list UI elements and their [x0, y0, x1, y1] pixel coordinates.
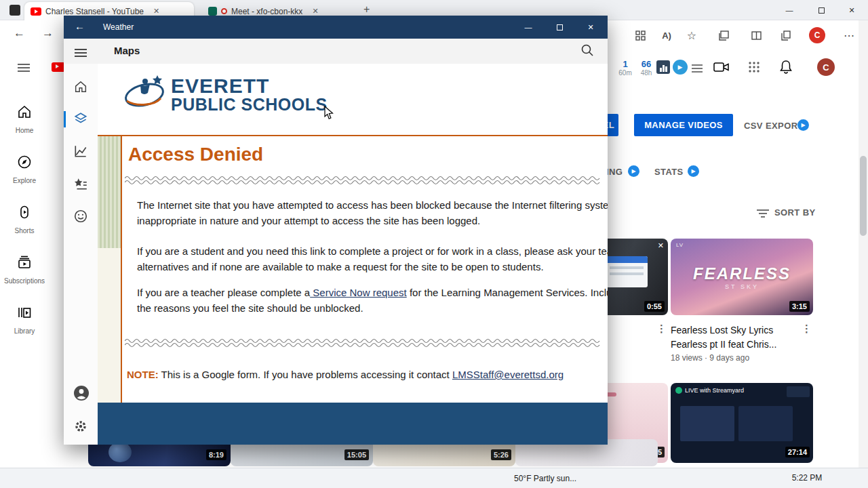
sort-by-button[interactable]: SORT BY: [774, 207, 816, 218]
thumb-art-title: FEARLESS: [671, 264, 813, 283]
new-tab-button[interactable]: +: [363, 3, 370, 16]
sidebar-item-explore[interactable]: Explore: [0, 145, 49, 192]
tab-title: Charles Stansell - YouTube: [45, 7, 144, 16]
stat-label: 48h: [636, 69, 656, 77]
weather-sidebar: [64, 64, 98, 445]
history-chart-icon[interactable]: [73, 144, 88, 159]
stats-link[interactable]: STATS: [654, 167, 684, 177]
scrollbar-thumb[interactable]: [860, 156, 867, 236]
scrollbar-track[interactable]: [859, 20, 868, 468]
everett-schools-logo: [122, 73, 167, 114]
window-close-button[interactable]: ✕: [575, 16, 606, 39]
favorites-star-icon[interactable]: ☆: [684, 27, 700, 43]
browser-profile-avatar[interactable]: C: [809, 27, 825, 43]
paragraph: If you are a teacher please complete a S…: [137, 285, 608, 316]
browser-close-button[interactable]: ✕: [836, 0, 867, 20]
youtube-menu-icon[interactable]: [18, 62, 30, 75]
hamburger-menu-icon[interactable]: [75, 47, 87, 60]
favorites-icon[interactable]: [73, 176, 88, 191]
tray-weather-text[interactable]: 50°F Partly sun...: [514, 474, 576, 483]
youtube-profile-avatar[interactable]: C: [817, 58, 835, 76]
read-aloud-icon[interactable]: A): [658, 27, 675, 43]
taskbar-clock[interactable]: 5:22 PM: [789, 473, 825, 483]
create-video-icon[interactable]: [713, 60, 730, 77]
meet-favicon: [208, 7, 217, 16]
note-line: NOTE: This is a Google form. If you have…: [127, 367, 564, 382]
weather-title-bar[interactable]: ← Weather — ✕: [64, 16, 608, 39]
compass-icon: [16, 154, 33, 173]
text: for the Learning Management Services. In…: [407, 287, 608, 298]
window-maximize-button[interactable]: [544, 16, 575, 39]
copy-page-icon[interactable]: [778, 27, 794, 43]
duration-badge: 3:15: [789, 301, 810, 312]
window-title: Weather: [103, 22, 134, 32]
sidebar-item-shorts[interactable]: Shorts: [0, 195, 49, 243]
account-avatar-icon[interactable]: [73, 385, 88, 400]
duration-badge: 0:55: [644, 301, 665, 312]
csv-export-button[interactable]: CSV EXPORT: [744, 121, 804, 131]
weather-page-header: Maps: [64, 39, 608, 64]
page-title: Maps: [114, 45, 140, 56]
play-tutorial-icon[interactable]: ▶: [673, 60, 688, 75]
tab-close-icon[interactable]: ✕: [153, 7, 159, 16]
list-icon[interactable]: [692, 63, 703, 75]
back-button[interactable]: ←: [14, 26, 25, 40]
stat-value: 1: [616, 59, 635, 69]
text: This is a Google form. If you have probl…: [159, 369, 452, 380]
stats-help-play-icon[interactable]: ▶: [688, 165, 699, 177]
browser-menu-icon[interactable]: ⋯: [841, 27, 857, 43]
sidebar-item-library[interactable]: Library: [0, 296, 49, 343]
access-denied-card: Access Denied The Internet site that you…: [121, 136, 608, 403]
thumb-popup: [606, 256, 648, 287]
apps-dots-icon[interactable]: [748, 61, 760, 76]
link-partial[interactable]: ING: [606, 167, 623, 177]
video-meta: 18 views · 9 days ago: [671, 353, 749, 363]
settings-gear-icon[interactable]: [73, 419, 88, 434]
email-link[interactable]: LMSStaff@everettsd.org: [452, 369, 564, 380]
maps-icon[interactable]: [73, 111, 88, 126]
help-play-icon[interactable]: ▶: [628, 165, 639, 177]
collections-icon[interactable]: [715, 27, 732, 43]
mouse-cursor: [324, 106, 334, 123]
forward-button[interactable]: →: [42, 26, 54, 40]
apps-grid-icon[interactable]: [632, 27, 648, 43]
tab-close-icon[interactable]: ✕: [312, 7, 318, 16]
search-icon[interactable]: [580, 43, 594, 60]
video-menu-icon[interactable]: ⋮: [802, 323, 812, 335]
feedback-smiley-icon[interactable]: [73, 209, 88, 224]
taskbar: [0, 468, 868, 488]
home-icon: [16, 104, 33, 123]
browser-maximize-button[interactable]: [806, 0, 837, 20]
subscriptions-icon: [16, 254, 33, 273]
video-thumbnail[interactable]: LV FEARLESS ST SKY 3:15: [671, 239, 813, 315]
access-denied-heading: Access Denied: [128, 144, 263, 165]
powered-by-badge: [787, 386, 810, 397]
split-screen-icon[interactable]: [748, 27, 764, 43]
window-back-icon[interactable]: ←: [75, 20, 85, 32]
video-menu-icon[interactable]: ⋮: [656, 323, 667, 335]
home-icon[interactable]: [73, 79, 88, 94]
window-minimize-button[interactable]: —: [513, 16, 544, 39]
video-thumbnail[interactable]: LIVE with Streamyard 27:14: [671, 383, 813, 463]
browser-minimize-button[interactable]: —: [774, 0, 805, 20]
paragraph: If you are a student and you need this l…: [137, 243, 608, 274]
video-title[interactable]: Fearless Lost Sky Lyrics: [671, 323, 773, 338]
manage-videos-button[interactable]: MANAGE VIDEOS: [634, 114, 733, 136]
video-title[interactable]: Fearless pt II feat Chris...: [671, 338, 776, 352]
org-name-line2: PUBLIC SCHOOLS: [171, 95, 328, 115]
shorts-icon: [16, 204, 33, 223]
org-name-line1: EVERETT: [171, 75, 269, 98]
duration-badge: 5:26: [491, 449, 511, 460]
service-now-link[interactable]: Service Now request: [310, 287, 407, 298]
duration-badge: 15:05: [344, 449, 369, 460]
chart-tile-icon[interactable]: [656, 60, 670, 74]
sidebar-item-home[interactable]: Home: [0, 95, 49, 142]
csv-help-play-icon[interactable]: ▶: [797, 119, 809, 131]
tab-actions-icon[interactable]: [9, 5, 20, 16]
page-edge-texture: [98, 136, 121, 403]
streamyard-icon: [675, 387, 682, 394]
squiggle-divider: [125, 175, 606, 186]
sidebar-item-subscriptions[interactable]: Subscriptions: [0, 245, 49, 293]
notifications-bell-icon[interactable]: [779, 60, 793, 77]
youtube-logo-icon[interactable]: [52, 62, 65, 72]
